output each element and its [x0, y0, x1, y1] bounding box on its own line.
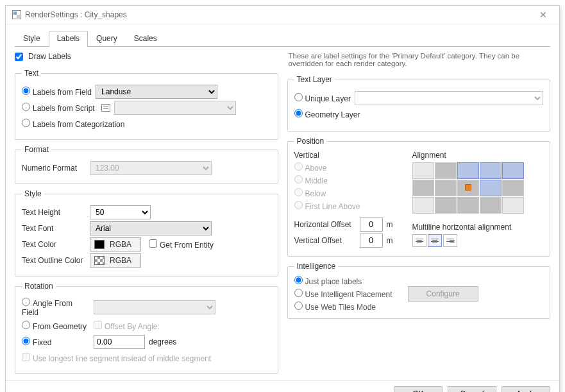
vertical-above-radio [294, 162, 303, 171]
cancel-button[interactable]: Cancel [448, 386, 496, 392]
description-text: These are label settings for the 'Primar… [287, 52, 551, 70]
render-settings-dialog: RenderSettings : City_shapes ✕ Style Lab… [5, 5, 560, 392]
angle-field-select[interactable] [94, 300, 215, 314]
window-title: RenderSettings : City_shapes [25, 10, 127, 19]
vertical-below-radio [294, 188, 303, 196]
draw-labels-checkbox[interactable] [15, 53, 23, 61]
labels-field-select[interactable]: Landuse [96, 85, 217, 99]
rotation-group: Rotation Angle From Field From Geometry … [15, 282, 278, 374]
vertical-middle-radio [294, 175, 303, 183]
get-from-entity-checkbox[interactable] [149, 239, 157, 248]
offset-by-angle-checkbox [94, 321, 102, 329]
web-tiles-radio[interactable] [294, 302, 303, 310]
labels-from-field-radio[interactable] [22, 87, 30, 95]
labels-from-script-radio[interactable] [22, 103, 30, 111]
multiline-align-group [412, 234, 524, 247]
text-color-swatch [94, 240, 105, 249]
text-group: Text Labels from Field Landuse Labels fr… [15, 69, 278, 140]
multiline-left-button[interactable] [412, 234, 426, 247]
tab-query[interactable]: Query [88, 31, 126, 46]
format-group: Format Numeric Format 123.00 [15, 145, 278, 184]
fixed-angle-input[interactable] [94, 335, 145, 349]
script-icon[interactable] [101, 104, 110, 112]
geometry-layer-radio[interactable] [294, 109, 303, 117]
numeric-format-select[interactable]: 123.00 [90, 161, 212, 175]
unique-layer-radio[interactable] [294, 93, 303, 101]
style-group: Style Text Height 50 Text Font Arial [15, 189, 278, 277]
tab-labels[interactable]: Labels [49, 31, 88, 47]
labels-script-select[interactable] [114, 101, 236, 115]
just-place-radio[interactable] [294, 276, 303, 284]
ok-button[interactable]: OK [394, 386, 443, 392]
horizontal-offset-input[interactable] [360, 217, 383, 232]
draw-labels-label: Draw Labels [28, 52, 71, 61]
multiline-center-button[interactable] [428, 234, 442, 247]
from-geometry-radio[interactable] [22, 321, 30, 329]
multiline-right-button[interactable] [443, 234, 457, 247]
angle-from-field-radio[interactable] [22, 298, 30, 306]
configure-button: Configure [408, 286, 478, 302]
fixed-radio[interactable] [22, 337, 30, 345]
close-icon[interactable]: ✕ [534, 10, 553, 20]
tab-scales[interactable]: Scales [126, 31, 165, 46]
text-color-button[interactable]: RGBA [90, 237, 141, 251]
tab-bar: Style Labels Query Scales [15, 31, 550, 47]
intelligence-group: Intelligence Just place labels Use Intel… [287, 262, 551, 319]
titlebar: RenderSettings : City_shapes ✕ [6, 6, 559, 24]
unique-layer-select[interactable] [355, 91, 543, 105]
apply-button[interactable]: Apply [502, 386, 550, 392]
text-height-select[interactable]: 50 [90, 205, 151, 219]
labels-from-categorization-radio[interactable] [22, 119, 30, 127]
vertical-firstline-radio [294, 201, 303, 209]
intelligent-placement-radio[interactable] [294, 289, 303, 297]
position-group: Position Vertical Above Middle Below Fir… [287, 137, 551, 257]
dialog-footer: OK Cancel Apply [6, 380, 559, 392]
outline-color-button[interactable]: RGBA [90, 253, 141, 268]
vertical-offset-input[interactable] [360, 234, 383, 248]
tab-style[interactable]: Style [15, 31, 49, 46]
text-layer-group: Text Layer Unique Layer Geometry Layer [287, 75, 551, 132]
outline-color-swatch [94, 256, 105, 265]
text-font-select[interactable]: Arial [90, 221, 212, 235]
app-icon [12, 10, 21, 19]
longest-segment-checkbox [22, 353, 30, 361]
alignment-anchor-icon [465, 184, 471, 191]
alignment-grid[interactable] [412, 162, 524, 214]
